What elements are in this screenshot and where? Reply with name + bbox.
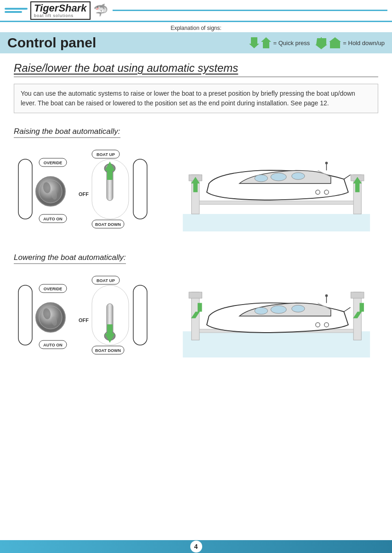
svg-rect-28 [183,214,370,231]
hold-down-arrow-icon [315,36,327,49]
lowering-heading: Lowering the boat automatically: [14,253,126,264]
svg-point-78 [292,305,305,312]
logo-subtitle: boat lift solutions [34,13,87,18]
svg-text:BOAT UP: BOAT UP [97,278,115,283]
control-panel-bar: Control panel = Quick press = Hold down/… [0,32,392,53]
svg-text:BOAT DOWN: BOAT DOWN [95,222,121,227]
quick-up-arrow-icon [261,36,271,49]
header: TigerShark boat lift solutions 🦈 [0,0,392,22]
logo-text-wrap: TigerShark boat lift solutions [30,1,91,20]
explanation-label: Explanation of signs: [170,25,222,31]
signs-area: = Quick press = Hold down/up [249,36,385,49]
svg-text:OVERIDE: OVERIDE [44,161,62,165]
logo-brand: TigerShark [34,3,87,13]
svg-marker-4 [329,37,341,48]
quick-down-arrow-icon [249,36,259,49]
svg-rect-68 [183,331,370,357]
svg-text:AUTO ON: AUTO ON [43,217,62,221]
svg-point-77 [271,305,286,313]
svg-text:BOAT UP: BOAT UP [97,152,115,157]
lowering-section: Lowering the boat automatically: AUTORUN [14,253,378,361]
svg-rect-73 [351,292,364,298]
svg-point-41 [325,161,328,164]
svg-marker-1 [261,37,271,48]
svg-text:OFF: OFF [79,191,89,197]
header-rule [113,10,387,11]
svg-point-36 [255,175,267,182]
raising-diagram-row: AUTORUN OVERIDE AUTO ON OFF [14,145,378,235]
description-box: You can use the automatic systems to rai… [14,84,378,113]
svg-point-49 [39,306,62,329]
lowering-diagram-row: AUTORUN OVERIDE AUTO ON OFF [14,271,378,361]
footer-bar: 4 [0,540,392,553]
logo-line-top [5,8,28,10]
svg-marker-3 [315,38,327,49]
logo-line-bottom [5,11,22,13]
raising-boat-illustration [175,149,378,231]
svg-text:AUTO ON: AUTO ON [43,343,62,347]
svg-point-81 [325,294,328,297]
lowering-control-svg: AUTORUN OVERIDE AUTO ON OFF [14,271,152,359]
main-content: Raise/lower the boat using automatic sys… [0,53,392,388]
svg-text:BOAT DOWN: BOAT DOWN [95,348,121,353]
description-text: You can use the automatic systems to rai… [21,90,355,107]
control-panel-title: Control panel [7,35,96,51]
logo-lines [5,8,28,13]
hold-up-arrow-icon [329,36,341,49]
svg-rect-70 [189,292,202,298]
raising-boat-svg [175,149,378,231]
lowering-boat-svg [175,275,378,357]
shark-icon: 🦈 [93,3,108,17]
hold-group: = Hold down/up [315,36,385,49]
raising-heading: Raising the boat automatically: [14,127,120,138]
svg-rect-45 [14,271,152,359]
logo-area: TigerShark boat lift solutions 🦈 [5,1,108,20]
svg-line-82 [344,307,350,311]
svg-point-76 [255,307,267,314]
lowering-boat-illustration [175,275,378,357]
raising-section: Raising the boat automatically: AUTORUN [14,127,378,235]
footer-page-number: 4 [190,541,202,553]
lowering-control-panel: AUTORUN OVERIDE AUTO ON OFF [14,271,161,361]
svg-rect-26 [133,159,147,219]
svg-point-9 [39,180,62,203]
svg-point-37 [271,173,286,181]
quick-press-label: = Quick press [273,40,310,46]
svg-rect-6 [18,159,32,219]
svg-rect-66 [133,285,147,345]
svg-rect-46 [18,285,32,345]
raising-control-panel: AUTORUN OVERIDE AUTO ON OFF [14,145,161,235]
svg-rect-5 [14,145,152,233]
quick-press-group: = Quick press [249,36,310,49]
svg-point-38 [292,173,305,179]
svg-text:OFF: OFF [79,317,89,323]
svg-text:OVERIDE: OVERIDE [44,287,62,291]
svg-marker-0 [249,37,259,48]
hold-label: = Hold down/up [343,40,385,46]
svg-rect-35 [199,201,353,205]
svg-line-42 [344,175,350,179]
section-heading: Raise/lower the boat using automatic sys… [14,62,378,77]
explanation-row: Explanation of signs: [0,22,392,32]
raising-control-svg: AUTORUN OVERIDE AUTO ON OFF [14,145,152,233]
